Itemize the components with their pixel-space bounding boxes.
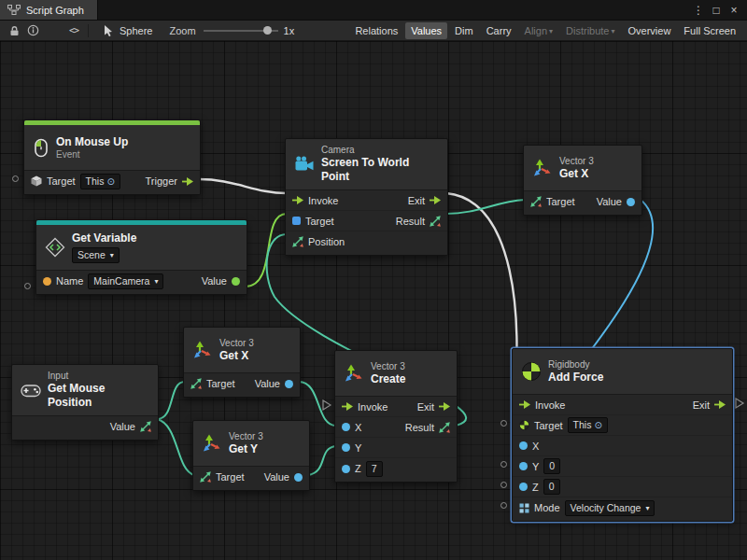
- node-get-x-mouse[interactable]: Vector 3 Get X Target Value: [183, 327, 301, 398]
- variable-scope-dropdown[interactable]: Scene▾: [72, 247, 120, 263]
- z-value-field[interactable]: 0: [543, 479, 560, 495]
- port-invoke-in[interactable]: Invoke: [292, 195, 338, 206]
- tab-script-graph[interactable]: Script Graph: [0, 0, 98, 20]
- port-x-in[interactable]: X: [519, 441, 539, 452]
- port-target-in[interactable]: Target: [530, 196, 575, 207]
- z-value-field[interactable]: 7: [366, 461, 383, 477]
- zoom-slider-handle[interactable]: [263, 26, 272, 35]
- node-get-mouse-position[interactable]: Input Get Mouse Position Value: [11, 364, 159, 441]
- relations-button[interactable]: Relations: [349, 22, 403, 39]
- distribute-button[interactable]: Distribute▾: [560, 22, 620, 39]
- port-value-out[interactable]: Value: [110, 421, 151, 432]
- node-create-vector3[interactable]: Vector 3 Create Invoke Exit X: [334, 350, 458, 483]
- script-graph-icon: [7, 5, 21, 15]
- chevron-down-icon: ▾: [154, 275, 158, 287]
- port-value-out[interactable]: Value: [264, 471, 303, 483]
- port-target-in[interactable]: Target: [292, 216, 334, 227]
- overview-button[interactable]: Overview: [623, 22, 677, 39]
- graph-canvas[interactable]: On Mouse Up Event Target This⊙ Trigger: [0, 41, 747, 560]
- zoom-label: Zoom: [169, 25, 195, 36]
- node-kind: Vector 3: [559, 156, 594, 167]
- port-value-out[interactable]: Value: [255, 378, 293, 389]
- port-marker[interactable]: [500, 461, 507, 468]
- target-self-chip[interactable]: This⊙: [568, 417, 608, 433]
- node-title: Get X: [559, 167, 594, 181]
- port-result-out[interactable]: Result: [405, 422, 450, 433]
- node-kind: Vector 3: [229, 431, 263, 442]
- node-add-force[interactable]: Rigidbody Add Force Invoke Exit Target: [512, 348, 733, 522]
- port-row: Target This⊙ Trigger: [24, 171, 200, 191]
- port-value-out[interactable]: Value: [202, 275, 240, 287]
- values-button[interactable]: Values: [405, 22, 447, 39]
- port-marker[interactable]: [500, 420, 507, 427]
- port-target-in[interactable]: Target: [200, 471, 245, 483]
- close-icon[interactable]: ×: [726, 1, 741, 20]
- edge-variable-to-camera-target: [246, 214, 287, 287]
- y-value-field[interactable]: 0: [543, 458, 560, 474]
- node-title: Get X: [219, 349, 254, 363]
- zoom-slider[interactable]: [204, 30, 278, 32]
- port-trigger-out[interactable]: Trigger: [146, 175, 193, 187]
- port-row: Invoke Exit: [335, 397, 457, 417]
- lock-icon[interactable]: [5, 22, 23, 39]
- flow-arrow-icon: [439, 402, 450, 411]
- port-invoke-in[interactable]: Invoke: [519, 399, 565, 411]
- variable-name-dropdown[interactable]: MainCamera▾: [88, 273, 163, 289]
- variable-icon: [45, 237, 65, 258]
- port-name-in[interactable]: Name MainCamera▾: [43, 273, 163, 289]
- port-z-in[interactable]: Z 0: [519, 479, 560, 495]
- port-result-out[interactable]: Result: [396, 216, 441, 227]
- port-target-in[interactable]: Target This⊙: [519, 417, 608, 433]
- port-row: Y: [335, 438, 457, 458]
- node-on-mouse-up[interactable]: On Mouse Up Event Target This⊙ Trigger: [23, 119, 201, 195]
- node-get-x-result[interactable]: Vector 3 Get X Target Value: [523, 145, 642, 216]
- node-get-variable[interactable]: Get Variable Scene▾ Name MainCamera▾ Val…: [35, 219, 247, 295]
- align-button[interactable]: Align▾: [519, 22, 558, 39]
- mode-dropdown[interactable]: Velocity Change▾: [565, 500, 655, 516]
- port-exit-out[interactable]: Exit: [693, 399, 726, 411]
- port-invoke-in[interactable]: Invoke: [342, 401, 388, 413]
- port-x-in[interactable]: X: [342, 422, 361, 433]
- port-row: Target Value: [184, 373, 300, 394]
- mouse-icon: [33, 138, 49, 158]
- vector3-port-icon: [439, 422, 450, 433]
- info-icon[interactable]: [23, 22, 42, 39]
- float-port-icon: [342, 443, 350, 452]
- node-subtitle: Event: [56, 149, 128, 161]
- window-menu-icon[interactable]: ⋮: [691, 1, 706, 20]
- edge-gety-to-create-y: [308, 446, 336, 475]
- port-row: X Result: [335, 417, 457, 438]
- port-target-in[interactable]: Target This⊙: [31, 174, 120, 189]
- port-row: Invoke Exit: [513, 395, 732, 415]
- port-z-in[interactable]: Z 7: [342, 461, 383, 477]
- port-mode-in[interactable]: Mode Velocity Change▾: [519, 500, 655, 516]
- port-position-in[interactable]: Position: [292, 236, 345, 247]
- port-exit-out[interactable]: Exit: [417, 401, 450, 413]
- node-screen-to-world-point[interactable]: Camera Screen To World Point Invoke Exit…: [285, 138, 448, 256]
- target-self-chip[interactable]: This⊙: [80, 174, 120, 189]
- port-exit-out[interactable]: Exit: [408, 195, 441, 206]
- port-marker[interactable]: [24, 283, 31, 289]
- port-marker[interactable]: [500, 482, 507, 488]
- graph-object-label: Sphere: [120, 25, 152, 36]
- port-marker[interactable]: [500, 502, 507, 509]
- port-marker[interactable]: [12, 175, 19, 182]
- maximize-icon[interactable]: □: [709, 1, 724, 20]
- port-target-in[interactable]: Target: [190, 378, 235, 389]
- port-row: Target Value: [524, 191, 641, 212]
- rigidbody-port-icon: [519, 420, 529, 430]
- port-value-out[interactable]: Value: [597, 196, 635, 207]
- float-port-icon: [342, 465, 350, 473]
- dim-button[interactable]: Dim: [449, 22, 479, 39]
- target-icon: ⊙: [594, 419, 601, 431]
- chevron-down-icon: ▾: [612, 27, 615, 35]
- chevron-down-icon: ▾: [645, 502, 649, 514]
- carry-button[interactable]: Carry: [481, 22, 517, 39]
- code-icon[interactable]: <>: [64, 22, 83, 39]
- node-get-y-mouse[interactable]: Vector 3 Get Y Target Value: [192, 420, 310, 491]
- node-title: On Mouse Up: [56, 135, 128, 149]
- port-y-in[interactable]: Y 0: [519, 458, 560, 474]
- fullscreen-button[interactable]: Full Screen: [678, 22, 741, 39]
- object-port-icon: [232, 277, 240, 286]
- port-y-in[interactable]: Y: [342, 442, 361, 454]
